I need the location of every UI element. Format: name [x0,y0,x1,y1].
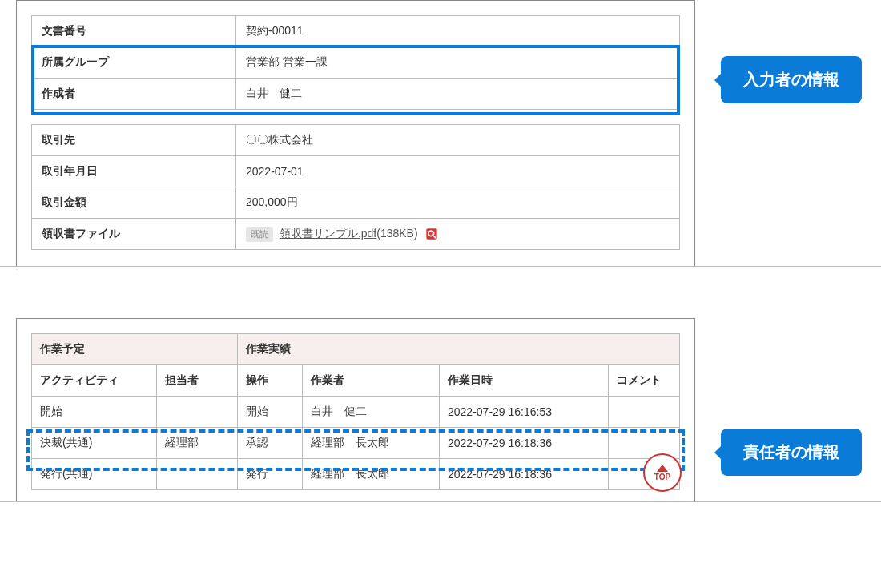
table-row: 取引金額 200,000円 [32,187,680,219]
value-partner: 〇〇株式会社 [236,125,680,156]
value-creator: 白井 健二 [236,79,680,110]
col-comment: コメント [609,365,680,397]
value-receipt: 既読 領収書サンプル.pdf(138KB) [236,219,680,250]
label-doc-no: 文書番号 [32,16,236,47]
cell-worker: 経理部 長太郎 [303,459,440,490]
col-datetime: 作業日時 [440,365,609,397]
label-creator: 作成者 [32,79,236,110]
cell-assignee [157,397,238,428]
value-amount: 200,000円 [236,187,680,219]
table-row: 発行(共通)発行経理部 長太郎2022-07-29 16:18:36 [32,459,680,490]
chevron-up-icon [657,465,668,472]
cell-activity: 発行(共通) [32,459,157,490]
receipt-file-link[interactable]: 領収書サンプル.pdf [280,227,376,240]
cell-op: 発行 [238,459,303,490]
label-receipt: 領収書ファイル [32,219,236,250]
cell-activity: 開始 [32,397,157,428]
label-group: 所属グループ [32,47,236,79]
cell-assignee: 経理部 [157,428,238,459]
cell-assignee [157,459,238,490]
activity-header-row: アクティビティ 担当者 操作 作業者 作業日時 コメント [32,365,680,397]
cell-activity: 決裁(共通) [32,428,157,459]
top-button-label: TOP [654,473,670,481]
document-panel: 文書番号 契約-00011 所属グループ 営業部 営業一課 作成者 白井 健二 … [16,0,695,270]
label-date: 取引年月日 [32,156,236,187]
label-amount: 取引金額 [32,187,236,219]
transaction-info-table: 取引先 〇〇株式会社 取引年月日 2022-07-01 取引金額 200,000… [31,124,680,250]
document-info-table: 文書番号 契約-00011 所属グループ 営業部 営業一課 作成者 白井 健二 [31,15,680,110]
table-row: 所属グループ 営業部 営業一課 [32,47,680,79]
section-result: 作業実績 [238,334,680,365]
activity-section-row: 作業予定 作業実績 [32,334,680,365]
value-date: 2022-07-01 [236,156,680,187]
table-row: 取引年月日 2022-07-01 [32,156,680,187]
col-op: 操作 [238,365,303,397]
section-plan: 作業予定 [32,334,238,365]
cell-op: 開始 [238,397,303,428]
cell-datetime: 2022-07-29 16:16:53 [440,397,609,428]
table-row: 取引先 〇〇株式会社 [32,125,680,156]
table-row: 決裁(共通)経理部承認経理部 長太郎2022-07-29 16:18:36 [32,428,680,459]
col-activity: アクティビティ [32,365,157,397]
magnify-icon[interactable] [424,227,439,241]
receipt-file-size: (138KB) [376,227,417,240]
read-badge: 既読 [246,227,273,242]
col-assignee: 担当者 [157,365,238,397]
cell-worker: 白井 健二 [303,397,440,428]
label-partner: 取引先 [32,125,236,156]
value-doc-no: 契約-00011 [236,16,680,47]
responsible-callout: 責任者の情報 [721,429,862,476]
table-row: 開始開始白井 健二2022-07-29 16:16:53 [32,397,680,428]
col-worker: 作業者 [303,365,440,397]
inputter-callout: 入力者の情報 [721,56,862,103]
table-row: 領収書ファイル 既読 領収書サンプル.pdf(138KB) [32,219,680,250]
cell-datetime: 2022-07-29 16:18:36 [440,428,609,459]
cell-datetime: 2022-07-29 16:18:36 [440,459,609,490]
scroll-top-button[interactable]: TOP [643,453,682,492]
value-group: 営業部 営業一課 [236,47,680,79]
cell-worker: 経理部 長太郎 [303,428,440,459]
table-row: 文書番号 契約-00011 [32,16,680,47]
cell-op: 承認 [238,428,303,459]
activity-table: 作業予定 作業実績 アクティビティ 担当者 操作 作業者 作業日時 コメント 開… [31,333,680,490]
table-row: 作成者 白井 健二 [32,79,680,110]
cell-comment [609,397,680,428]
activity-panel: 作業予定 作業実績 アクティビティ 担当者 操作 作業者 作業日時 コメント 開… [16,318,695,505]
